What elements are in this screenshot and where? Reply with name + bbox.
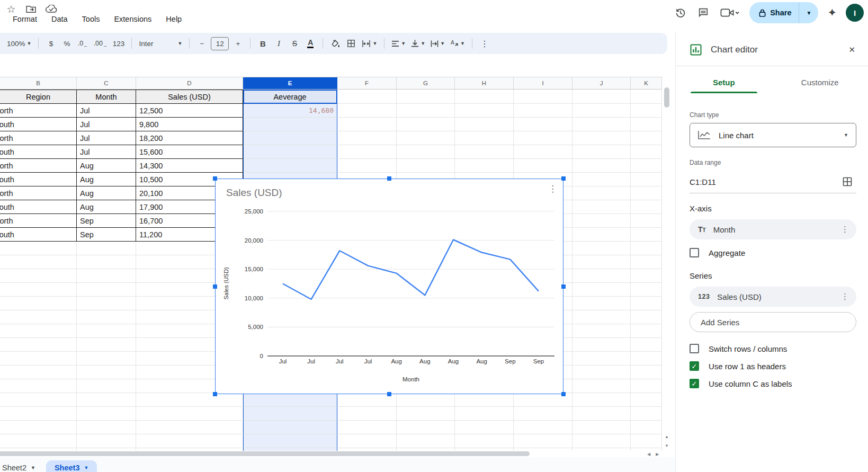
cloud-saved-icon[interactable]: [46, 3, 57, 15]
text-color-button[interactable]: A: [307, 39, 314, 48]
cell[interactable]: [77, 393, 136, 407]
cell[interactable]: [397, 104, 455, 118]
cell[interactable]: [0, 352, 77, 366]
cell[interactable]: [631, 310, 662, 324]
horizontal-scrollbar[interactable]: [0, 451, 530, 456]
chart-resize-handle[interactable]: [561, 392, 566, 396]
cell[interactable]: [455, 407, 514, 421]
cell[interactable]: [631, 283, 662, 297]
sheet-tab-sheet2[interactable]: Sheet2▼: [0, 460, 44, 472]
menu-tools[interactable]: Tools: [82, 15, 100, 23]
cell[interactable]: [631, 214, 662, 228]
cell[interactable]: [572, 228, 631, 242]
cell[interactable]: Month: [77, 90, 136, 104]
cell[interactable]: [337, 407, 397, 421]
cell[interactable]: South: [0, 118, 77, 131]
cell[interactable]: Jul: [77, 104, 136, 118]
cell[interactable]: [572, 269, 631, 283]
cell[interactable]: [572, 297, 631, 310]
cell[interactable]: [0, 269, 77, 283]
cell[interactable]: North: [0, 104, 77, 118]
cell[interactable]: [77, 255, 136, 269]
cell[interactable]: Jul: [77, 145, 136, 159]
cell[interactable]: [631, 228, 662, 242]
cell[interactable]: Aug: [77, 173, 136, 186]
cell[interactable]: [514, 448, 572, 451]
gemini-sparkle-icon[interactable]: ✦: [827, 6, 837, 19]
cell[interactable]: [397, 145, 455, 159]
horizontal-scroll-arrows[interactable]: ◀▶: [647, 452, 659, 457]
cell[interactable]: North: [0, 186, 77, 200]
cell[interactable]: [631, 338, 662, 352]
cell[interactable]: [572, 131, 631, 145]
cell[interactable]: [397, 90, 455, 104]
column-header-G[interactable]: G: [397, 77, 455, 90]
cell[interactable]: [572, 242, 631, 255]
chart-resize-handle[interactable]: [387, 392, 391, 396]
cell[interactable]: [0, 338, 77, 352]
cell[interactable]: [243, 159, 337, 173]
text-wrap-button[interactable]: ▼: [429, 37, 446, 50]
cell[interactable]: [572, 352, 631, 366]
chart-resize-handle[interactable]: [561, 176, 566, 181]
cell[interactable]: [572, 145, 631, 159]
cell[interactable]: [0, 366, 77, 379]
cell[interactable]: [631, 186, 662, 200]
cell[interactable]: [0, 421, 77, 434]
vertical-align-button[interactable]: ▼: [409, 37, 427, 50]
menu-extensions[interactable]: Extensions: [114, 15, 151, 23]
cell[interactable]: Aug: [77, 186, 136, 200]
cell[interactable]: [0, 324, 77, 338]
cell[interactable]: [337, 421, 397, 434]
cell[interactable]: [572, 310, 631, 324]
cell[interactable]: Aug: [77, 159, 136, 173]
cell[interactable]: [243, 393, 337, 407]
cell[interactable]: [631, 173, 662, 186]
cell[interactable]: [514, 421, 572, 434]
cell[interactable]: Jul: [77, 131, 136, 145]
zoom-select[interactable]: 100%▼: [5, 37, 33, 50]
cell[interactable]: Aug: [77, 200, 136, 214]
cell[interactable]: [572, 118, 631, 131]
cell[interactable]: North: [0, 214, 77, 228]
cell[interactable]: [631, 242, 662, 255]
cell[interactable]: [243, 407, 337, 421]
cell[interactable]: [77, 283, 136, 297]
cell-E2-preview[interactable]: 14,680: [243, 104, 337, 118]
column-header-J[interactable]: J: [572, 77, 631, 90]
cell[interactable]: [572, 214, 631, 228]
xaxis-options-icon[interactable]: ⋮: [841, 225, 849, 234]
cell[interactable]: [0, 448, 77, 451]
cell[interactable]: [397, 434, 455, 448]
version-history-icon[interactable]: [674, 6, 687, 20]
cell[interactable]: [572, 421, 631, 434]
strikethrough-button[interactable]: S: [288, 37, 301, 50]
menu-data[interactable]: Data: [51, 15, 68, 23]
merge-cells-button[interactable]: ▼: [360, 37, 379, 50]
cell[interactable]: [243, 448, 337, 451]
panel-checkbox-row[interactable]: ✓Use row 1 as headers: [690, 361, 856, 371]
cell[interactable]: [77, 448, 136, 451]
column-header-K[interactable]: K: [631, 77, 662, 90]
share-button[interactable]: Share ▼: [749, 2, 818, 23]
menu-format[interactable]: Format: [13, 15, 37, 23]
cell[interactable]: [337, 90, 397, 104]
tab-customize[interactable]: Customize: [772, 70, 868, 93]
chart-resize-handle[interactable]: [387, 176, 391, 181]
cell[interactable]: Jul: [77, 118, 136, 131]
cell[interactable]: [0, 283, 77, 297]
cell[interactable]: [337, 118, 397, 131]
cell[interactable]: [397, 393, 455, 407]
cell[interactable]: [0, 255, 77, 269]
cell[interactable]: [397, 118, 455, 131]
cell[interactable]: South: [0, 173, 77, 186]
column-header-I[interactable]: I: [514, 77, 572, 90]
cell[interactable]: [631, 159, 662, 173]
toolbar-more-button[interactable]: ⋮: [478, 37, 491, 50]
cell[interactable]: [136, 421, 243, 434]
checkbox-use-row-1-as-headers[interactable]: ✓: [690, 361, 699, 371]
cell[interactable]: [572, 393, 631, 407]
cell[interactable]: [631, 407, 662, 421]
cell[interactable]: [243, 118, 337, 131]
chart-resize-handle[interactable]: [213, 284, 217, 289]
